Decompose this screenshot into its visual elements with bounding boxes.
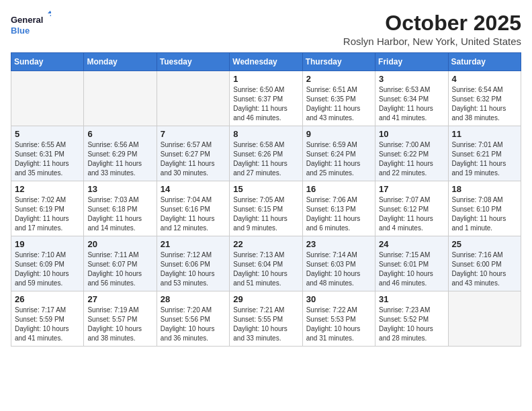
day-number: 18 — [452, 184, 517, 194]
weekday-header-friday: Friday — [375, 53, 448, 71]
day-info: Sunrise: 6:51 AM Sunset: 6:35 PM Dayligh… — [306, 85, 371, 123]
day-info: Sunrise: 6:57 AM Sunset: 6:27 PM Dayligh… — [161, 140, 226, 178]
day-info: Sunrise: 7:19 AM Sunset: 5:57 PM Dayligh… — [87, 306, 152, 343]
calendar-day-cell: 22Sunrise: 7:13 AM Sunset: 6:04 PM Dayli… — [230, 236, 302, 291]
day-info: Sunrise: 7:15 AM Sunset: 6:01 PM Dayligh… — [379, 250, 444, 288]
month-title: October 2025 — [343, 11, 521, 36]
calendar-week-row: 26Sunrise: 7:17 AM Sunset: 5:59 PM Dayli… — [11, 291, 521, 347]
calendar-day-cell: 15Sunrise: 7:05 AM Sunset: 6:15 PM Dayli… — [230, 181, 302, 236]
day-info: Sunrise: 7:04 AM Sunset: 6:16 PM Dayligh… — [161, 195, 226, 233]
calendar-day-cell: 19Sunrise: 7:10 AM Sunset: 6:09 PM Dayli… — [11, 236, 84, 291]
day-info: Sunrise: 6:53 AM Sunset: 6:34 PM Dayligh… — [379, 85, 444, 123]
calendar-day-cell: 27Sunrise: 7:19 AM Sunset: 5:57 PM Dayli… — [84, 291, 157, 347]
day-info: Sunrise: 7:14 AM Sunset: 6:03 PM Dayligh… — [306, 250, 371, 288]
calendar-day-cell — [11, 71, 84, 126]
day-number: 1 — [233, 74, 298, 84]
calendar-day-cell — [157, 71, 229, 126]
calendar-day-cell: 29Sunrise: 7:21 AM Sunset: 5:55 PM Dayli… — [230, 291, 302, 347]
weekday-header-saturday: Saturday — [448, 53, 521, 71]
day-number: 30 — [306, 294, 371, 304]
svg-text:General: General — [11, 15, 43, 25]
day-number: 11 — [452, 129, 517, 139]
day-number: 22 — [233, 239, 298, 249]
day-number: 4 — [452, 74, 517, 84]
calendar-day-cell — [84, 71, 157, 126]
weekday-header-row: SundayMondayTuesdayWednesdayThursdayFrid… — [11, 53, 521, 71]
day-number: 9 — [306, 129, 371, 139]
day-number: 25 — [452, 239, 517, 249]
day-info: Sunrise: 7:22 AM Sunset: 5:53 PM Dayligh… — [306, 306, 371, 343]
day-number: 23 — [306, 239, 371, 249]
day-number: 24 — [379, 239, 444, 249]
calendar-week-row: 1Sunrise: 6:50 AM Sunset: 6:37 PM Daylig… — [11, 71, 521, 126]
day-number: 20 — [87, 239, 152, 249]
calendar-day-cell — [448, 291, 521, 347]
day-number: 28 — [161, 294, 226, 304]
day-info: Sunrise: 7:11 AM Sunset: 6:07 PM Dayligh… — [87, 250, 152, 288]
svg-marker-3 — [50, 13, 51, 16]
calendar-day-cell: 25Sunrise: 7:16 AM Sunset: 6:00 PM Dayli… — [448, 236, 521, 291]
calendar-day-cell: 8Sunrise: 6:58 AM Sunset: 6:26 PM Daylig… — [230, 126, 302, 181]
day-number: 5 — [15, 129, 80, 139]
day-number: 8 — [233, 129, 298, 139]
calendar-day-cell: 26Sunrise: 7:17 AM Sunset: 5:59 PM Dayli… — [11, 291, 84, 347]
day-number: 14 — [161, 184, 226, 194]
weekday-header-thursday: Thursday — [302, 53, 375, 71]
calendar-table: SundayMondayTuesdayWednesdayThursdayFrid… — [11, 52, 521, 347]
day-info: Sunrise: 6:59 AM Sunset: 6:24 PM Dayligh… — [306, 140, 371, 178]
calendar-day-cell: 13Sunrise: 7:03 AM Sunset: 6:18 PM Dayli… — [84, 181, 157, 236]
calendar-day-cell: 11Sunrise: 7:01 AM Sunset: 6:21 PM Dayli… — [448, 126, 521, 181]
day-number: 29 — [233, 294, 298, 304]
calendar-day-cell: 14Sunrise: 7:04 AM Sunset: 6:16 PM Dayli… — [157, 181, 229, 236]
day-number: 2 — [306, 74, 371, 84]
day-info: Sunrise: 7:10 AM Sunset: 6:09 PM Dayligh… — [15, 250, 80, 288]
day-info: Sunrise: 7:05 AM Sunset: 6:15 PM Dayligh… — [233, 195, 298, 233]
day-number: 21 — [161, 239, 226, 249]
logo: General Blue — [11, 11, 51, 40]
calendar-day-cell: 4Sunrise: 6:54 AM Sunset: 6:32 PM Daylig… — [448, 71, 521, 126]
calendar-day-cell: 18Sunrise: 7:08 AM Sunset: 6:10 PM Dayli… — [448, 181, 521, 236]
calendar-day-cell: 3Sunrise: 6:53 AM Sunset: 6:34 PM Daylig… — [375, 71, 448, 126]
calendar-day-cell: 24Sunrise: 7:15 AM Sunset: 6:01 PM Dayli… — [375, 236, 448, 291]
day-number: 13 — [87, 184, 152, 194]
day-number: 17 — [379, 184, 444, 194]
calendar-day-cell: 12Sunrise: 7:02 AM Sunset: 6:19 PM Dayli… — [11, 181, 84, 236]
day-info: Sunrise: 7:17 AM Sunset: 5:59 PM Dayligh… — [15, 306, 80, 343]
calendar-day-cell: 30Sunrise: 7:22 AM Sunset: 5:53 PM Dayli… — [302, 291, 375, 347]
day-info: Sunrise: 7:03 AM Sunset: 6:18 PM Dayligh… — [87, 195, 152, 233]
day-info: Sunrise: 7:21 AM Sunset: 5:55 PM Dayligh… — [233, 306, 298, 343]
day-number: 26 — [15, 294, 80, 304]
day-number: 15 — [233, 184, 298, 194]
calendar-week-row: 19Sunrise: 7:10 AM Sunset: 6:09 PM Dayli… — [11, 236, 521, 291]
weekday-header-wednesday: Wednesday — [230, 53, 302, 71]
day-number: 7 — [161, 129, 226, 139]
day-info: Sunrise: 7:13 AM Sunset: 6:04 PM Dayligh… — [233, 250, 298, 288]
calendar-day-cell: 6Sunrise: 6:56 AM Sunset: 6:29 PM Daylig… — [84, 126, 157, 181]
svg-text:Blue: Blue — [11, 26, 30, 36]
day-info: Sunrise: 7:07 AM Sunset: 6:12 PM Dayligh… — [379, 195, 444, 233]
calendar-day-cell: 20Sunrise: 7:11 AM Sunset: 6:07 PM Dayli… — [84, 236, 157, 291]
day-info: Sunrise: 7:01 AM Sunset: 6:21 PM Dayligh… — [452, 140, 517, 178]
calendar-day-cell: 28Sunrise: 7:20 AM Sunset: 5:56 PM Dayli… — [157, 291, 229, 347]
day-info: Sunrise: 7:08 AM Sunset: 6:10 PM Dayligh… — [452, 195, 517, 233]
day-info: Sunrise: 7:20 AM Sunset: 5:56 PM Dayligh… — [161, 306, 226, 343]
day-info: Sunrise: 7:06 AM Sunset: 6:13 PM Dayligh… — [306, 195, 371, 233]
svg-marker-2 — [48, 11, 51, 13]
day-info: Sunrise: 6:58 AM Sunset: 6:26 PM Dayligh… — [233, 140, 298, 178]
day-number: 19 — [15, 239, 80, 249]
weekday-header-sunday: Sunday — [11, 53, 84, 71]
day-info: Sunrise: 6:56 AM Sunset: 6:29 PM Dayligh… — [87, 140, 152, 178]
day-info: Sunrise: 7:16 AM Sunset: 6:00 PM Dayligh… — [452, 250, 517, 288]
day-info: Sunrise: 6:54 AM Sunset: 6:32 PM Dayligh… — [452, 85, 517, 123]
weekday-header-monday: Monday — [84, 53, 157, 71]
day-info: Sunrise: 6:50 AM Sunset: 6:37 PM Dayligh… — [233, 85, 298, 123]
day-number: 3 — [379, 74, 444, 84]
calendar-day-cell: 2Sunrise: 6:51 AM Sunset: 6:35 PM Daylig… — [302, 71, 375, 126]
calendar-day-cell: 23Sunrise: 7:14 AM Sunset: 6:03 PM Dayli… — [302, 236, 375, 291]
calendar-day-cell: 21Sunrise: 7:12 AM Sunset: 6:06 PM Dayli… — [157, 236, 229, 291]
title-area: October 2025 Roslyn Harbor, New York, Un… — [343, 11, 521, 47]
day-number: 6 — [87, 129, 152, 139]
calendar-day-cell: 1Sunrise: 6:50 AM Sunset: 6:37 PM Daylig… — [230, 71, 302, 126]
day-number: 31 — [379, 294, 444, 304]
logo-svg: General Blue — [11, 11, 51, 40]
